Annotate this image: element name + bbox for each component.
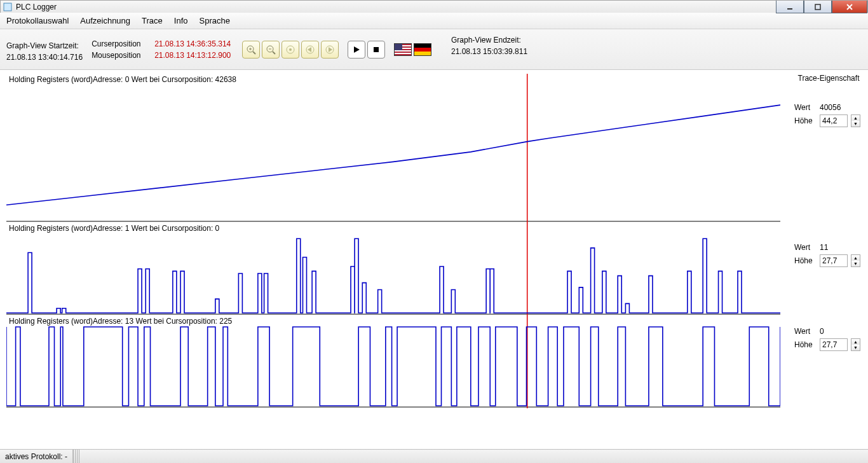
hoehe-stepper[interactable]: ▲▼ bbox=[851, 114, 860, 127]
app-icon bbox=[3, 3, 12, 11]
svg-rect-2 bbox=[815, 4, 820, 10]
zoom-fit-button[interactable] bbox=[281, 41, 299, 59]
minimize-button[interactable] bbox=[776, 1, 804, 13]
wert-value: 0 bbox=[820, 327, 824, 336]
zoom-out-icon bbox=[266, 45, 276, 55]
trace-properties-title: Trace-Eigenschaft bbox=[794, 74, 863, 83]
pan-left-button[interactable] bbox=[301, 41, 319, 59]
wert-value: 11 bbox=[820, 243, 828, 252]
menu-trace[interactable]: Trace bbox=[142, 16, 163, 25]
trace-label: Holding Registers (word)Adresse: 1 Wert … bbox=[9, 224, 219, 233]
stop-button[interactable] bbox=[367, 41, 385, 59]
trace-label: Holding Registers (word)Adresse: 0 Wert … bbox=[9, 75, 236, 84]
end-time-value: 21.08.13 15:03:39.811 bbox=[451, 46, 527, 57]
svg-rect-0 bbox=[4, 3, 11, 11]
flag-de-button[interactable] bbox=[414, 43, 431, 56]
wert-label: Wert bbox=[794, 327, 816, 336]
window-title: PLC Logger bbox=[16, 3, 57, 11]
zoom-fit-icon bbox=[285, 45, 295, 55]
menu-aufzeichnung[interactable]: Aufzeichnung bbox=[80, 16, 130, 25]
svg-line-6 bbox=[253, 52, 255, 54]
stop-icon bbox=[372, 45, 381, 54]
wert-label: Wert bbox=[794, 103, 816, 112]
hoehe-stepper[interactable]: ▲▼ bbox=[851, 254, 860, 267]
pan-right-icon bbox=[325, 45, 335, 55]
svg-marker-15 bbox=[308, 47, 311, 52]
pan-left-icon bbox=[305, 45, 315, 55]
wert-value: 40056 bbox=[820, 103, 841, 112]
menu-protokollauswahl[interactable]: Protokollauswahl bbox=[6, 16, 69, 25]
status-grip[interactable] bbox=[73, 450, 79, 463]
trace-plot[interactable] bbox=[6, 223, 780, 315]
trace-properties-panel: Trace-Eigenschaft Wert40056Höhe▲▼Wert11H… bbox=[792, 70, 868, 439]
end-time-label: Graph-View Endzeit: bbox=[451, 34, 527, 46]
trace-plot[interactable] bbox=[6, 74, 780, 223]
charts-area[interactable]: Holding Registers (word)Adresse: 0 Wert … bbox=[0, 70, 792, 439]
wert-label: Wert bbox=[794, 243, 816, 252]
cursor-pos-label: Curserposition bbox=[92, 38, 146, 50]
pan-right-button[interactable] bbox=[321, 41, 339, 59]
mouse-pos-value: 21.08.13 14:13:12.900 bbox=[154, 50, 231, 61]
close-button[interactable] bbox=[832, 1, 867, 13]
hoehe-input[interactable] bbox=[820, 114, 848, 127]
menu-info[interactable]: Info bbox=[174, 16, 188, 25]
hoehe-label: Höhe bbox=[794, 116, 816, 125]
svg-point-13 bbox=[289, 48, 292, 51]
start-time-label: Graph-View Startzeit: bbox=[6, 40, 83, 52]
trace-label: Holding Registers (word)Adresse: 13 Wert… bbox=[9, 317, 232, 326]
menu-sprache[interactable]: Sprache bbox=[200, 16, 230, 25]
hoehe-label: Höhe bbox=[794, 256, 816, 265]
maximize-button[interactable] bbox=[804, 1, 832, 13]
play-icon bbox=[352, 45, 361, 54]
hoehe-stepper[interactable]: ▲▼ bbox=[851, 338, 860, 351]
svg-line-10 bbox=[273, 52, 275, 54]
svg-marker-18 bbox=[354, 46, 360, 53]
trace-plot[interactable] bbox=[6, 315, 780, 408]
svg-marker-17 bbox=[329, 47, 332, 52]
toolbar bbox=[242, 41, 431, 59]
flag-us-button[interactable] bbox=[394, 43, 412, 56]
zoom-in-button[interactable] bbox=[242, 41, 260, 59]
mouse-pos-label: Mouseposition bbox=[92, 50, 146, 61]
svg-rect-19 bbox=[374, 47, 379, 52]
hoehe-input[interactable] bbox=[820, 254, 848, 267]
menu-bar: Protokollauswahl Aufzeichnung Trace Info… bbox=[0, 13, 868, 29]
zoom-in-icon bbox=[246, 45, 256, 55]
hoehe-label: Höhe bbox=[794, 340, 816, 349]
hoehe-input[interactable] bbox=[820, 338, 848, 351]
start-time-value: 21.08.13 13:40:14.716 bbox=[6, 52, 83, 63]
zoom-out-button[interactable] bbox=[262, 41, 280, 59]
status-active-protocol: aktives Protokoll: - bbox=[0, 450, 73, 463]
cursor-pos-value: 21.08.13 14:36:35.314 bbox=[154, 38, 231, 50]
play-button[interactable] bbox=[348, 41, 365, 59]
